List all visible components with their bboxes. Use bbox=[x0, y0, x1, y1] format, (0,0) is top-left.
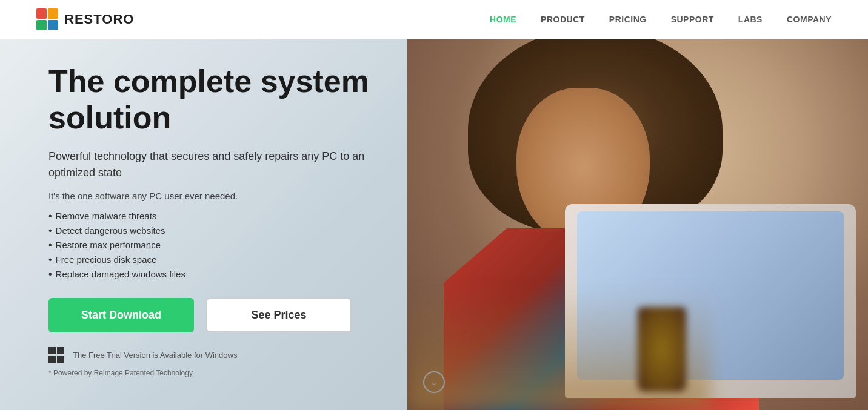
hero-buttons: Start Download See Prices bbox=[48, 298, 473, 332]
windows-info: The Free Trial Version is Available for … bbox=[48, 347, 473, 364]
feature-label-1: Remove malware threats bbox=[56, 211, 157, 221]
svg-rect-2 bbox=[36, 20, 47, 30]
coffee-cup bbox=[638, 307, 686, 392]
win-quad-tl bbox=[48, 347, 56, 354]
see-prices-button[interactable]: See Prices bbox=[206, 298, 352, 332]
nav-company[interactable]: COMPANY bbox=[787, 15, 832, 24]
bullet-3: • bbox=[48, 240, 52, 251]
feature-item-4: • Free precious disk space bbox=[48, 254, 473, 265]
brand-name: RESTORO bbox=[64, 12, 134, 27]
win-quad-tr bbox=[57, 347, 64, 354]
feature-item-3: • Restore max performance bbox=[48, 240, 473, 251]
feature-item-2: • Detect dangerous websites bbox=[48, 225, 473, 236]
logo-area: RESTORO bbox=[36, 8, 134, 30]
hero-image bbox=[407, 39, 868, 410]
feature-item-1: • Remove malware threats bbox=[48, 211, 473, 222]
windows-text: The Free Trial Version is Available for … bbox=[73, 351, 237, 360]
feature-label-5: Replace damaged windows files bbox=[56, 269, 185, 279]
windows-logo-icon bbox=[48, 347, 65, 364]
hero-features-list: • Remove malware threats • Detect danger… bbox=[48, 211, 473, 280]
nav-support[interactable]: SUPPORT bbox=[671, 15, 714, 24]
nav-links: HOME PRODUCT PRICING SUPPORT LABS COMPAN… bbox=[490, 14, 832, 25]
navbar: RESTORO HOME PRODUCT PRICING SUPPORT LAB… bbox=[0, 0, 868, 39]
win-quad-br bbox=[57, 356, 64, 363]
start-download-button[interactable]: Start Download bbox=[48, 298, 194, 332]
chevron-down-icon: ⌄ bbox=[430, 377, 438, 387]
svg-rect-3 bbox=[48, 20, 58, 30]
feature-label-3: Restore max performance bbox=[56, 240, 161, 250]
scroll-indicator[interactable]: ⌄ bbox=[423, 371, 445, 393]
nav-home[interactable]: HOME bbox=[490, 15, 516, 24]
feature-label-4: Free precious disk space bbox=[56, 254, 157, 265]
svg-rect-0 bbox=[36, 8, 47, 19]
hero-section: The complete system solution Powerful te… bbox=[0, 39, 868, 410]
bullet-1: • bbox=[48, 211, 52, 222]
hero-tagline: It's the one software any PC user ever n… bbox=[48, 191, 473, 201]
nav-pricing[interactable]: PRICING bbox=[609, 15, 647, 24]
nav-labs[interactable]: LABS bbox=[738, 15, 763, 24]
powered-by-text: * Powered by Reimage Patented Technology bbox=[48, 369, 473, 377]
feature-label-2: Detect dangerous websites bbox=[56, 225, 165, 236]
hero-content: The complete system solution Powerful te… bbox=[48, 64, 473, 377]
bullet-2: • bbox=[48, 225, 52, 236]
hero-subtitle: Powerful technology that secures and saf… bbox=[48, 148, 412, 181]
hero-title: The complete system solution bbox=[48, 64, 473, 136]
nav-product[interactable]: PRODUCT bbox=[541, 15, 585, 24]
win-quad-bl bbox=[48, 356, 56, 363]
restoro-logo-icon bbox=[36, 8, 58, 30]
feature-item-5: • Replace damaged windows files bbox=[48, 269, 473, 280]
svg-rect-1 bbox=[48, 8, 58, 19]
bullet-4: • bbox=[48, 254, 52, 265]
bullet-5: • bbox=[48, 269, 52, 280]
